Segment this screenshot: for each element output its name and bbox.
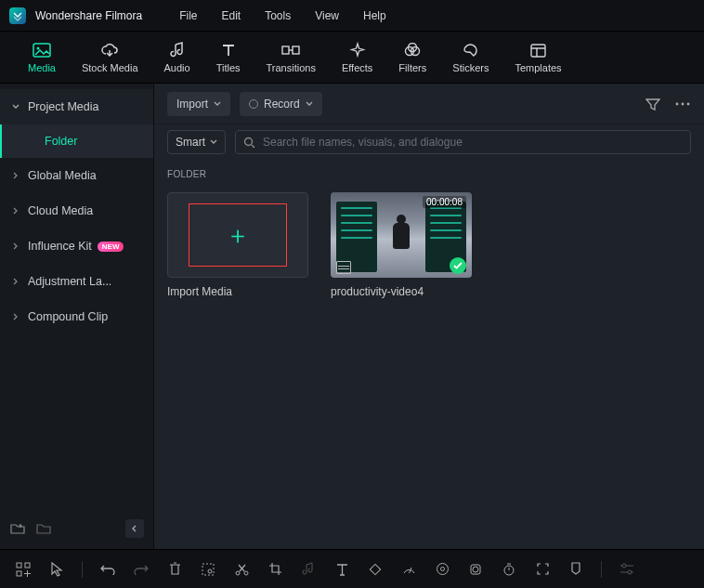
tab-templates[interactable]: Templates — [515, 41, 561, 73]
menu-tools[interactable]: Tools — [265, 9, 291, 22]
keyframe-icon[interactable] — [367, 561, 384, 578]
cloud-download-icon — [100, 41, 119, 59]
sidebar-item-adjustment-layer[interactable]: Adjustment La... — [0, 264, 153, 299]
cursor-icon[interactable] — [48, 561, 65, 578]
timeline-toolbar — [0, 549, 704, 588]
tab-filters[interactable]: Filters — [398, 41, 426, 73]
tab-titles-label: Titles — [216, 62, 241, 73]
card-label: Import Media — [167, 285, 308, 298]
sidebar-item-label: Adjustment La... — [28, 275, 111, 288]
svg-point-1 — [36, 47, 39, 50]
svg-point-9 — [682, 102, 684, 105]
tab-transitions[interactable]: Transitions — [267, 41, 316, 73]
undo-icon[interactable] — [99, 561, 116, 578]
sidebar-subitem-label: Folder — [45, 135, 77, 148]
plus-icon: ＋ — [226, 219, 250, 252]
search-field[interactable] — [235, 130, 691, 154]
grid-add-icon[interactable] — [15, 561, 32, 578]
check-badge — [450, 257, 466, 274]
sidebar-item-project-media[interactable]: Project Media — [0, 89, 153, 124]
app-logo — [9, 7, 26, 24]
folder-icon[interactable] — [35, 520, 52, 537]
section-label: FOLDER — [154, 160, 704, 187]
svg-rect-2 — [282, 46, 289, 54]
tab-audio-label: Audio — [164, 62, 190, 73]
video-thumb[interactable]: 00:00:08 — [331, 192, 472, 278]
sidebar-item-global-media[interactable]: Global Media — [0, 158, 153, 193]
chevron-right-icon — [11, 171, 20, 180]
menu-file[interactable]: File — [179, 9, 197, 22]
crop-icon[interactable] — [267, 561, 283, 578]
media-card[interactable]: 00:00:08 productivity-video4 — [331, 192, 472, 298]
import-media-card[interactable]: ＋ Import Media — [167, 192, 308, 298]
audio-edit-icon[interactable] — [300, 561, 317, 578]
sidebar-item-influence-kit[interactable]: Influence Kit NEW — [0, 229, 153, 264]
redo-icon[interactable] — [133, 561, 150, 578]
import-dropdown[interactable]: Import — [167, 92, 230, 116]
selection-tool-icon[interactable] — [200, 561, 216, 578]
new-folder-icon[interactable] — [9, 520, 26, 537]
timer-icon[interactable] — [501, 561, 517, 578]
tab-effects-label: Effects — [342, 62, 372, 73]
sidebar-item-cloud-media[interactable]: Cloud Media — [0, 193, 153, 229]
record-label: Record — [264, 98, 300, 111]
menubar: File Edit Tools View Help — [179, 9, 386, 22]
svg-point-16 — [208, 569, 212, 573]
tab-stickers[interactable]: Stickers — [452, 41, 489, 73]
top-toolbar: Media Stock Media Audio Titles Transitio… — [0, 32, 704, 84]
filters-icon — [403, 41, 422, 59]
marker-icon[interactable] — [567, 561, 584, 578]
smart-label: Smart — [176, 136, 205, 149]
sidebar-footer — [0, 514, 153, 543]
image-icon — [33, 41, 51, 59]
sidebar-subitem-folder[interactable]: Folder — [0, 124, 153, 158]
tab-stock[interactable]: Stock Media — [82, 41, 138, 73]
expand-icon[interactable] — [534, 561, 551, 578]
menu-help[interactable]: Help — [363, 9, 386, 22]
split-icon[interactable] — [233, 561, 250, 578]
search-input[interactable] — [263, 136, 683, 149]
tab-audio[interactable]: Audio — [164, 41, 190, 73]
color-icon[interactable] — [434, 561, 450, 578]
media-grid: ＋ Import Media 00:00:08 productivity-vid… — [154, 187, 704, 304]
svg-point-10 — [687, 102, 690, 105]
sidebar-item-label: Project Media — [28, 100, 98, 113]
sidebar-item-label: Influence Kit — [28, 240, 92, 253]
svg-point-26 — [628, 570, 632, 574]
speed-icon[interactable] — [400, 561, 417, 578]
tab-stock-label: Stock Media — [82, 62, 138, 73]
record-dropdown[interactable]: Record — [240, 92, 322, 116]
sidebar-item-compound-clip[interactable]: Compound Clip — [0, 299, 153, 334]
chevron-right-icon — [11, 206, 20, 216]
collapse-sidebar-button[interactable] — [125, 519, 144, 538]
search-row: Smart — [154, 124, 704, 160]
duration-badge: 00:00:08 — [423, 196, 466, 208]
smart-dropdown[interactable]: Smart — [167, 130, 226, 154]
delete-icon[interactable] — [166, 561, 183, 578]
tab-media[interactable]: Media — [28, 41, 56, 73]
search-icon — [243, 137, 255, 149]
tab-filters-label: Filters — [398, 62, 426, 73]
filter-icon[interactable] — [645, 96, 661, 112]
menu-edit[interactable]: Edit — [222, 9, 241, 22]
import-label: Import — [176, 98, 208, 111]
svg-point-25 — [622, 564, 626, 568]
text-tool-icon[interactable] — [333, 561, 350, 578]
content-toolbar: Import Record — [154, 84, 704, 124]
import-thumb[interactable]: ＋ — [167, 192, 308, 278]
transitions-icon — [281, 41, 300, 59]
new-badge: NEW — [98, 242, 124, 252]
mask-icon[interactable] — [467, 561, 484, 578]
chevron-down-icon — [306, 101, 313, 107]
separator — [82, 561, 83, 578]
chevron-right-icon — [11, 312, 20, 321]
menu-view[interactable]: View — [315, 9, 339, 22]
tab-effects[interactable]: Effects — [342, 41, 372, 73]
adjustments-icon[interactable] — [619, 561, 635, 578]
svg-point-18 — [244, 571, 248, 575]
card-label: productivity-video4 — [331, 285, 472, 298]
music-note-icon — [168, 41, 187, 59]
tab-titles[interactable]: Titles — [216, 41, 241, 73]
content-area: Import Record Smart FOLDER — [154, 84, 704, 549]
more-icon[interactable] — [674, 96, 691, 112]
